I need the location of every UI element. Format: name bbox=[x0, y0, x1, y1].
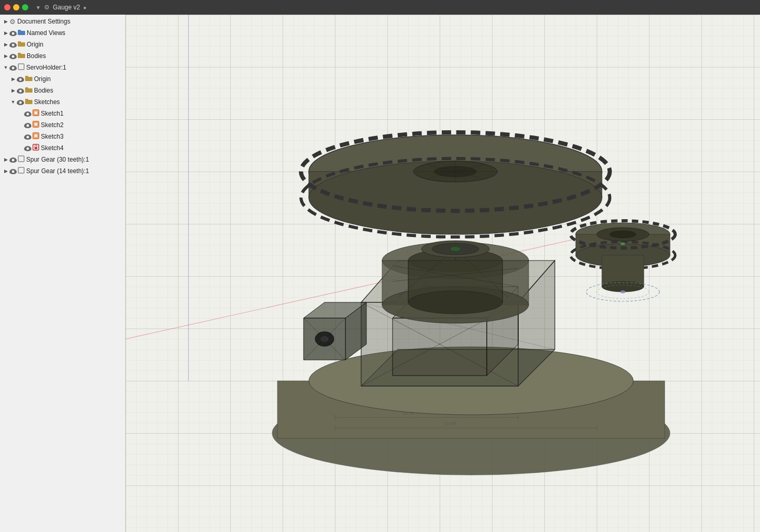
tree-item-sketch4[interactable]: Sketch4 bbox=[0, 142, 125, 154]
svg-rect-16 bbox=[34, 122, 38, 126]
tree-arrow-origin-2[interactable] bbox=[9, 75, 17, 83]
svg-rect-1 bbox=[18, 30, 21, 32]
title-expand-icon[interactable]: ▼ bbox=[36, 5, 41, 10]
tree-icons-named-views bbox=[9, 29, 25, 37]
window-controls[interactable] bbox=[4, 4, 28, 10]
title-bar-text: ▼ ⚙ Gauge v2 ● bbox=[36, 4, 86, 11]
svg-rect-14 bbox=[34, 111, 38, 115]
svg-rect-18 bbox=[34, 134, 38, 138]
svg-point-56 bbox=[450, 246, 461, 252]
component-icon bbox=[18, 167, 25, 175]
tree-item-servo-holder[interactable]: ServoHolder:1 bbox=[0, 62, 125, 73]
eye-icon bbox=[9, 31, 17, 36]
main-layout: ⚙Document SettingsNamed ViewsOriginBodie… bbox=[0, 15, 760, 532]
gear-icon: ⚙ bbox=[9, 18, 16, 25]
tree-label-bodies-2: Bodies bbox=[34, 87, 53, 94]
tree-item-bodies-1[interactable]: Bodies bbox=[0, 50, 125, 62]
tree-icons-bodies-1 bbox=[9, 52, 25, 60]
maximize-button[interactable] bbox=[22, 4, 28, 10]
tree-label-sketch4: Sketch4 bbox=[41, 144, 63, 152]
svg-point-46 bbox=[408, 291, 502, 314]
eye-icon bbox=[24, 134, 31, 140]
svg-rect-20 bbox=[35, 147, 37, 149]
tree-arrow-servo-holder[interactable] bbox=[2, 64, 9, 71]
tree-arrow-bodies-2[interactable] bbox=[9, 87, 17, 94]
tree-label-sketch2: Sketch2 bbox=[41, 121, 63, 129]
sketch-lock-icon bbox=[32, 144, 39, 152]
tree-icons-sketch4 bbox=[24, 144, 39, 152]
tree-item-bodies-2[interactable]: Bodies bbox=[0, 85, 125, 96]
tree-item-spur-gear-14[interactable]: Spur Gear (14 teeth):1 bbox=[0, 165, 125, 177]
tree-icons-sketch3 bbox=[24, 132, 39, 141]
tree-item-sketch3[interactable]: Sketch3 bbox=[0, 131, 125, 142]
tree-item-named-views[interactable]: Named Views bbox=[0, 27, 125, 39]
tree-item-sketch1[interactable]: Sketch1 bbox=[0, 108, 125, 119]
eye-icon bbox=[17, 88, 24, 94]
folder-icon bbox=[18, 41, 25, 48]
tree-icons-bodies-2 bbox=[17, 87, 32, 94]
tree-label-origin-1: Origin bbox=[27, 41, 43, 48]
tree-arrow-sketches[interactable] bbox=[9, 98, 17, 106]
tree-label-spur-gear-14: Spur Gear (14 teeth):1 bbox=[26, 167, 89, 175]
sketch-icon bbox=[32, 132, 39, 141]
sketch-icon bbox=[32, 109, 39, 118]
svg-rect-22 bbox=[18, 167, 24, 173]
tree-item-origin-2[interactable]: Origin bbox=[0, 73, 125, 85]
tree-arrow-origin-1[interactable] bbox=[2, 41, 9, 48]
tree-icons-spur-gear-30 bbox=[9, 155, 25, 164]
tree-arrow-spur-gear-30[interactable] bbox=[2, 156, 9, 163]
svg-rect-6 bbox=[18, 64, 24, 70]
svg-rect-3 bbox=[18, 41, 21, 43]
tree-item-sketches[interactable]: Sketches bbox=[0, 96, 125, 108]
eye-icon bbox=[9, 65, 17, 71]
eye-icon bbox=[9, 54, 17, 59]
tree-arrow-spur-gear-14[interactable] bbox=[2, 167, 9, 175]
tree-label-named-views: Named Views bbox=[27, 29, 65, 37]
tree-icons-sketches bbox=[17, 98, 32, 106]
eye-icon bbox=[9, 42, 17, 48]
tree-item-document-settings[interactable]: ⚙Document Settings bbox=[0, 16, 125, 27]
eye-icon bbox=[9, 169, 17, 174]
3d-viewport[interactable]: 25.10 12.50 bbox=[126, 15, 760, 532]
folder-icon bbox=[25, 75, 32, 83]
folder-icon bbox=[18, 52, 25, 60]
svg-point-80 bbox=[620, 290, 625, 293]
folder-icon bbox=[25, 98, 32, 106]
tree-icons-origin-2 bbox=[17, 75, 32, 83]
title-dot-icon: ● bbox=[83, 5, 86, 10]
tree-item-origin-1[interactable]: Origin bbox=[0, 39, 125, 50]
svg-rect-21 bbox=[18, 156, 24, 162]
tree-label-sketch3: Sketch3 bbox=[41, 133, 63, 140]
tree-arrow-bodies-1[interactable] bbox=[2, 52, 9, 60]
tree-icons-sketch1 bbox=[24, 109, 39, 118]
eye-icon bbox=[17, 100, 24, 105]
component-icon bbox=[18, 63, 25, 72]
svg-text:12.50: 12.50 bbox=[444, 421, 456, 426]
tree-item-sketch2[interactable]: Sketch2 bbox=[0, 119, 125, 131]
tree-label-origin-2: Origin bbox=[34, 75, 51, 83]
tree-label-document-settings: Document Settings bbox=[17, 18, 70, 25]
svg-point-74 bbox=[610, 231, 636, 238]
eye-icon bbox=[24, 123, 31, 128]
tree-arrow-document-settings[interactable] bbox=[2, 18, 9, 25]
minimize-button[interactable] bbox=[13, 4, 19, 10]
sketch-icon bbox=[32, 121, 39, 129]
model-tree-sidebar[interactable]: ⚙Document SettingsNamed ViewsOriginBodie… bbox=[0, 15, 126, 532]
grid-background: 25.10 12.50 bbox=[126, 15, 760, 532]
svg-text:25.10: 25.10 bbox=[403, 411, 415, 416]
tree-item-spur-gear-30[interactable]: Spur Gear (30 teeth):1 bbox=[0, 154, 125, 165]
svg-rect-8 bbox=[25, 76, 28, 78]
tree-label-spur-gear-30: Spur Gear (30 teeth):1 bbox=[26, 156, 89, 163]
eye-icon bbox=[17, 77, 24, 82]
title-gear-icon: ⚙ bbox=[44, 4, 50, 11]
tree-icons-servo-holder bbox=[9, 63, 25, 72]
tree-label-sketch1: Sketch1 bbox=[41, 110, 63, 117]
tree-icons-document-settings: ⚙ bbox=[9, 18, 16, 25]
close-button[interactable] bbox=[4, 4, 10, 10]
svg-point-75 bbox=[620, 242, 625, 245]
svg-rect-12 bbox=[25, 99, 28, 101]
eye-icon bbox=[24, 111, 31, 117]
tree-icons-origin-1 bbox=[9, 41, 25, 48]
tree-arrow-named-views[interactable] bbox=[2, 29, 9, 37]
tree-label-sketches: Sketches bbox=[34, 98, 60, 106]
